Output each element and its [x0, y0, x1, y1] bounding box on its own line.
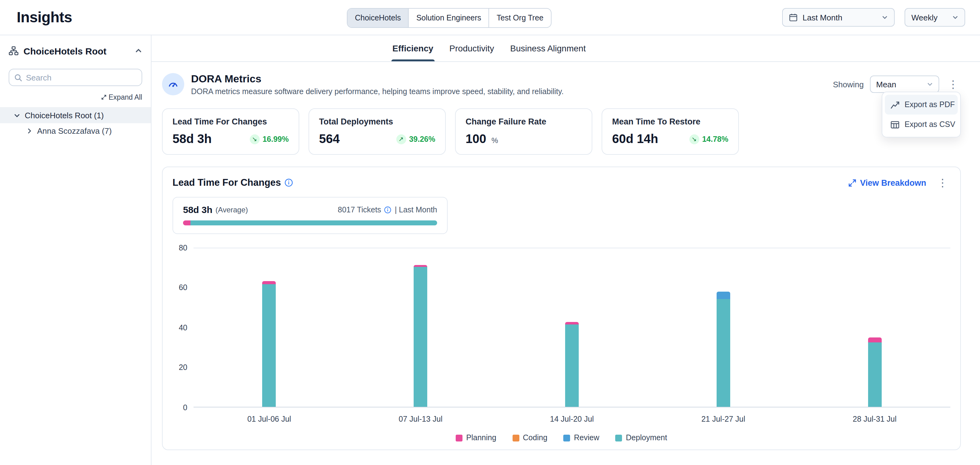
legend-item-planning[interactable]: Planning	[456, 433, 496, 442]
org-tab-group: ChoiceHotels Solution Engineers Test Org…	[347, 8, 552, 28]
metric-card-mean-time-to-restore: Mean Time To Restore 60d 14h ↘ 14.78%	[601, 109, 739, 155]
granularity-select[interactable]: Weekly	[905, 8, 965, 27]
org-tab-choicehotels[interactable]: ChoiceHotels	[347, 9, 409, 27]
legend-swatch	[456, 435, 463, 441]
legend-swatch	[512, 435, 519, 441]
org-tab-test-org-tree[interactable]: Test Org Tree	[489, 9, 551, 27]
line-chart-icon	[890, 100, 900, 109]
bar-segment-planning	[262, 281, 276, 284]
chevron-right-icon	[26, 127, 33, 134]
legend-label: Planning	[466, 433, 496, 442]
tab-business-alignment[interactable]: Business Alignment	[509, 35, 587, 61]
info-icon[interactable]	[285, 178, 293, 187]
top-bar: Insights ChoiceHotels Solution Engineers…	[0, 0, 980, 35]
y-axis: 020406080	[172, 248, 194, 407]
legend-label: Deployment	[626, 433, 667, 442]
bar-segment-review	[717, 292, 730, 299]
bar-segment-deployment	[262, 284, 276, 407]
tree-row-choicehotels-root[interactable]: ChoiceHotels Root (1)	[0, 107, 151, 123]
metric-cards-row: Lead Time For Changes 58d 3h ↘ 16.99% To…	[162, 109, 961, 155]
export-csv-label: Export as CSV	[905, 120, 955, 129]
bar-segment-planning	[565, 322, 579, 325]
trend-percent: 14.78%	[702, 135, 729, 143]
bar-group[interactable]	[648, 248, 799, 407]
metric-title: Change Failure Rate	[466, 117, 582, 126]
chevron-up-icon[interactable]	[135, 47, 142, 54]
x-tick-label: 21 Jul-27 Jul	[648, 415, 799, 423]
plot-area	[194, 248, 950, 407]
dora-header: DORA Metrics DORA metrics measure softwa…	[162, 68, 961, 100]
legend-item-coding[interactable]: Coding	[512, 433, 547, 442]
main-panel: Efficiency Productivity Business Alignme…	[151, 35, 980, 465]
metric-card-lead-time: Lead Time For Changes 58d 3h ↘ 16.99%	[162, 109, 299, 155]
metric-value: 564	[319, 132, 340, 146]
tree-row-label: Anna Scozzafava (7)	[37, 126, 111, 135]
org-tree: ChoiceHotels Root (1) Anna Scozzafava (7…	[0, 107, 151, 138]
chart-kebab-menu-icon[interactable]: ⋮	[935, 177, 950, 188]
trend-badge: ↘ 14.78%	[689, 134, 729, 144]
bar-group[interactable]	[799, 248, 950, 407]
y-tick-label: 80	[179, 244, 187, 252]
info-icon[interactable]	[384, 206, 392, 213]
bar-segment-deployment	[717, 299, 730, 407]
aggregation-select[interactable]: Mean	[870, 75, 939, 93]
metric-title: Lead Time For Changes	[172, 117, 289, 126]
metric-value: 60d 14h	[612, 132, 658, 146]
search-input[interactable]	[26, 73, 137, 82]
main-tab-bar: Efficiency Productivity Business Alignme…	[151, 35, 980, 62]
x-tick-label: 28 Jul-31 Jul	[799, 415, 950, 423]
sidebar-search	[9, 69, 142, 86]
lead-time-chart-card: Lead Time For Changes View Breakdown	[162, 166, 961, 450]
bar-segment-deployment	[868, 342, 881, 407]
y-tick-label: 20	[179, 364, 187, 371]
table-icon	[890, 120, 900, 129]
dora-kebab-menu-icon[interactable]: ⋮	[945, 79, 961, 89]
legend-item-review[interactable]: Review	[563, 433, 600, 442]
tree-row-anna-scozzafava[interactable]: Anna Scozzafava (7)	[0, 123, 151, 138]
chevron-down-icon	[882, 14, 888, 21]
metric-title: Mean Time To Restore	[612, 117, 729, 126]
x-axis-labels: 01 Jul-06 Jul07 Jul-13 Jul14 Jul-20 Jul2…	[194, 415, 950, 423]
showing-label: Showing	[833, 80, 864, 89]
sidebar-header[interactable]: ChoiceHotels Root	[0, 42, 151, 60]
org-tab-solution-engineers[interactable]: Solution Engineers	[409, 9, 489, 27]
trend-badge: ↘ 16.99%	[250, 134, 289, 144]
bar-group[interactable]	[345, 248, 496, 407]
stacked-bar-chart: 020406080	[172, 248, 950, 407]
bar-group[interactable]	[496, 248, 648, 407]
period-select[interactable]: Last Month	[782, 8, 895, 27]
dora-metrics-icon	[162, 73, 184, 95]
chart-title: Lead Time For Changes	[172, 177, 281, 188]
view-breakdown-button[interactable]: View Breakdown	[848, 178, 926, 187]
metric-title: Total Deployments	[319, 117, 435, 126]
summary-period: | Last Month	[395, 205, 437, 214]
expand-all-button[interactable]: Expand All	[9, 94, 142, 101]
chevron-down-icon	[952, 14, 958, 21]
chart-legend: PlanningCodingReviewDeployment	[172, 433, 950, 442]
trend-percent: 16.99%	[262, 135, 289, 143]
period-select-value: Last Month	[803, 13, 877, 22]
app-title: Insights	[17, 9, 72, 26]
chevron-down-icon	[14, 112, 21, 118]
x-tick-label: 14 Jul-20 Jul	[496, 415, 648, 423]
trend-down-icon: ↘	[689, 134, 699, 144]
org-sidebar: ChoiceHotels Root Expand All	[0, 35, 151, 465]
export-pdf-menu-item[interactable]: Export as PDF	[885, 95, 958, 115]
legend-swatch	[563, 435, 570, 441]
x-tick-label: 07 Jul-13 Jul	[345, 415, 496, 423]
dora-subtitle: DORA metrics measure software delivery p…	[191, 87, 563, 96]
legend-label: Coding	[523, 433, 547, 442]
calendar-icon	[789, 13, 798, 22]
chevron-down-icon	[927, 81, 933, 87]
bar-group[interactable]	[194, 248, 345, 407]
tab-efficiency[interactable]: Efficiency	[391, 35, 434, 61]
tab-productivity[interactable]: Productivity	[448, 35, 496, 61]
summary-value: 58d 3h	[183, 205, 212, 215]
export-csv-menu-item[interactable]: Export as CSV	[885, 115, 958, 134]
tree-row-label: ChoiceHotels Root (1)	[25, 110, 104, 120]
summary-tickets: 8017 Tickets	[338, 205, 381, 214]
org-hierarchy-icon	[9, 46, 19, 56]
trend-up-icon: ↗	[396, 134, 406, 144]
metric-value: 100	[466, 132, 486, 145]
legend-item-deployment[interactable]: Deployment	[616, 433, 667, 442]
